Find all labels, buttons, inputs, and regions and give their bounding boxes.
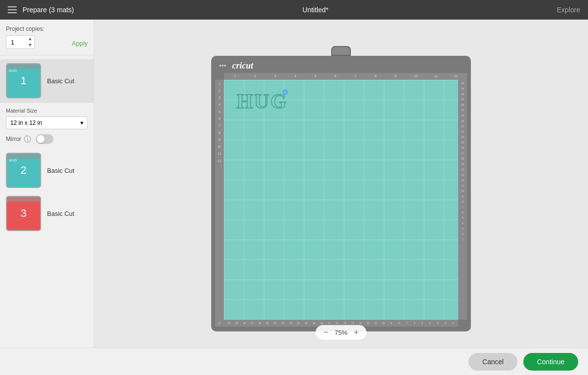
mirror-toggle[interactable] xyxy=(36,134,53,144)
mat-number-2: 2 xyxy=(21,164,26,177)
mat-full-wrapper: ••• cricut 1 2 3 4 5 6 7 8 9 xyxy=(211,46,471,331)
ruler-corner-bottom-left: 12 xyxy=(215,320,224,327)
explore-link[interactable]: Explore xyxy=(557,6,580,14)
copies-input[interactable] xyxy=(6,37,26,48)
material-size-value: 12 in x 12 in xyxy=(10,119,42,126)
document-title: Untitled* xyxy=(302,6,328,14)
mirror-label: Mirror xyxy=(6,136,21,142)
mirror-info-icon[interactable]: i xyxy=(24,136,31,142)
mat-text-preview-1: HUG xyxy=(9,69,17,72)
cutting-grid: HUG xyxy=(224,80,458,320)
hamburger-menu[interactable] xyxy=(8,6,17,13)
bottom-bar: Cancel Continue xyxy=(0,348,588,375)
left-panel: Project copies: ▲ ▼ Apply HUG 1 xyxy=(0,20,94,348)
zoom-in-button[interactable]: + xyxy=(351,327,362,338)
material-size-section: Material Size 12 in x 12 in ▾ Mirror i xyxy=(0,102,94,149)
mat-items-list: HUG 1 Basic Cut Material Size 12 in x 12… xyxy=(0,55,94,348)
ruler-left: 1 2 3 4 5 6 7 8 9 10 11 12 xyxy=(215,80,224,320)
project-copies-section: Project copies: ▲ ▼ Apply xyxy=(0,20,94,55)
mat-thumb-1: HUG 1 xyxy=(6,63,41,98)
main-content: Project copies: ▲ ▼ Apply HUG 1 xyxy=(0,20,588,348)
hug-design-element: HUG xyxy=(237,90,288,113)
project-copies-label: Project copies: xyxy=(6,25,88,32)
mat-text-preview-2: HUG xyxy=(9,159,17,162)
grid-body: 1 2 3 4 5 6 7 8 9 10 11 12 xyxy=(215,80,467,320)
material-size-chevron: ▾ xyxy=(80,119,83,126)
mat-thumb-3: 3 xyxy=(6,196,41,231)
topbar: Prepare (3 mats) Untitled* Explore xyxy=(0,0,588,20)
mat-thumb-2: HUG 2 xyxy=(6,153,41,188)
copies-input-wrap: ▲ ▼ xyxy=(6,35,35,49)
topbar-left: Prepare (3 mats) xyxy=(8,6,74,14)
continue-button[interactable]: Continue xyxy=(523,353,578,371)
copies-down-button[interactable]: ▼ xyxy=(26,42,34,48)
mat-options-button[interactable]: ••• xyxy=(217,61,228,70)
zoom-out-button[interactable]: − xyxy=(320,327,331,338)
selection-handle[interactable] xyxy=(283,90,288,94)
mat-item-1[interactable]: HUG 1 Basic Cut xyxy=(0,59,94,102)
material-size-label: Material Size xyxy=(6,108,88,114)
zoom-value: 75% xyxy=(333,329,349,336)
ruler-top: 1 2 3 4 5 6 7 8 9 10 11 12 xyxy=(224,73,467,80)
mat-label-3: Basic Cut xyxy=(47,210,74,217)
mat-item-2[interactable]: HUG 2 Basic Cut xyxy=(0,149,94,192)
mat-grip xyxy=(331,46,351,56)
canvas-area: ••• cricut 1 2 3 4 5 6 7 8 9 xyxy=(94,20,588,348)
grid-with-rulers: 1 2 3 4 5 6 7 8 9 10 11 12 xyxy=(215,73,467,327)
prepare-title: Prepare (3 mats) xyxy=(23,6,74,14)
mat-top-bar-1 xyxy=(7,64,40,69)
mat-number-3: 3 xyxy=(21,207,26,220)
toggle-knob xyxy=(37,135,45,143)
copies-up-button[interactable]: ▲ xyxy=(26,36,34,42)
mat-header-row: ••• cricut xyxy=(215,60,467,73)
ruler-right: 30 29 28 27 26 25 24 23 22 21 20 19 xyxy=(458,80,467,320)
copies-arrows: ▲ ▼ xyxy=(26,36,34,48)
project-copies-row: ▲ ▼ Apply xyxy=(6,35,88,49)
mat-label-1: Basic Cut xyxy=(47,77,74,85)
mat-top-bar-2 xyxy=(7,154,40,159)
mirror-row: Mirror i xyxy=(6,134,88,144)
mat-item-3[interactable]: 3 Basic Cut xyxy=(0,192,94,235)
mat-number-1: 1 xyxy=(21,74,26,87)
mat-label-2: Basic Cut xyxy=(47,167,74,174)
apply-button[interactable]: Apply xyxy=(72,38,88,47)
mat-top-bar-3 xyxy=(7,197,40,202)
cricut-brand-logo: cricut xyxy=(232,61,253,71)
material-size-select[interactable]: 12 in x 12 in ▾ xyxy=(6,117,88,129)
cancel-button[interactable]: Cancel xyxy=(468,353,517,371)
zoom-controls: − 75% + xyxy=(316,325,367,340)
cricut-mat-body: ••• cricut 1 2 3 4 5 6 7 8 9 xyxy=(211,56,471,331)
